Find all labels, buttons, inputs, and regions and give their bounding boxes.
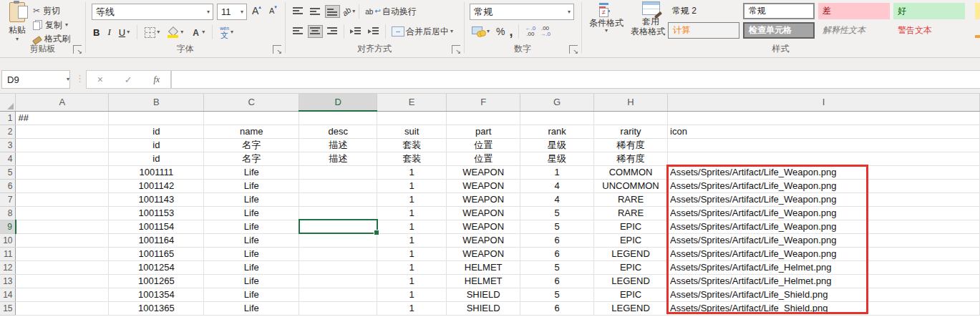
cell-D7[interactable]: [299, 192, 377, 206]
cell-B1[interactable]: [109, 111, 204, 125]
cell-E7[interactable]: 1: [377, 192, 447, 206]
cell-B11[interactable]: 1001165: [109, 247, 204, 260]
cell-C8[interactable]: Life: [204, 206, 299, 220]
accounting-format-button[interactable]: ▾: [470, 25, 492, 38]
cell-D15[interactable]: [299, 301, 377, 315]
name-box[interactable]: D9 ▾: [1, 70, 70, 89]
cell-E11[interactable]: 1: [377, 247, 447, 260]
cell-H7[interactable]: RARE: [594, 192, 668, 206]
col-header-F[interactable]: F: [447, 94, 520, 111]
cell-D5[interactable]: [299, 165, 377, 179]
cell-G2[interactable]: rank: [520, 125, 594, 138]
row-header-1[interactable]: 1: [0, 111, 16, 125]
cell-H4[interactable]: 稀有度: [594, 152, 668, 165]
percent-style-button[interactable]: %: [496, 26, 505, 37]
cell-E6[interactable]: 1: [377, 179, 447, 192]
cell-G10[interactable]: 6: [520, 233, 594, 247]
cell-G14[interactable]: 5: [520, 288, 594, 301]
merge-center-button[interactable]: ↔ 合并后居中 ▾: [389, 24, 455, 39]
number-format-combo[interactable]: 常规 ▾: [470, 4, 574, 20]
cell-I15[interactable]: Assets/Sprites/Artifact/Life_Shield.png: [668, 301, 980, 315]
underline-button[interactable]: U▾: [117, 26, 132, 39]
align-left-button[interactable]: [291, 25, 306, 38]
increase-indent-button[interactable]: [366, 25, 382, 38]
fill-handle[interactable]: [374, 230, 379, 235]
copy-button[interactable]: 复制 ▾: [33, 19, 68, 31]
cell-H5[interactable]: COMMON: [594, 165, 668, 179]
cell-C11[interactable]: Life: [204, 247, 299, 260]
cell-style-normal-selected[interactable]: 常规: [743, 3, 815, 19]
select-all-button[interactable]: [0, 94, 16, 111]
cell-G7[interactable]: 4: [520, 192, 594, 206]
cell-A11[interactable]: [16, 247, 109, 260]
cell-E3[interactable]: 套装: [377, 138, 447, 152]
cell-I2[interactable]: icon: [668, 125, 980, 138]
cell-G13[interactable]: 6: [520, 274, 594, 288]
cell-D13[interactable]: [299, 274, 377, 288]
row-header-13[interactable]: 13: [0, 274, 16, 288]
cell-G11[interactable]: 6: [520, 247, 594, 260]
cell-I5[interactable]: Assets/Sprites/Artifact/Life_Weapon.png: [668, 165, 980, 179]
cell-E5[interactable]: 1: [377, 165, 447, 179]
phonetic-button[interactable]: wén文▾: [218, 24, 236, 41]
cell-style-good[interactable]: 好: [893, 3, 965, 19]
cell-C13[interactable]: Life: [204, 274, 299, 288]
cell-B12[interactable]: 1001254: [109, 260, 204, 274]
cell-C12[interactable]: Life: [204, 260, 299, 274]
cell-D2[interactable]: desc: [299, 125, 377, 138]
cell-C5[interactable]: Life: [204, 165, 299, 179]
cell-F12[interactable]: HELMET: [447, 260, 520, 274]
grow-font-button[interactable]: A ▴: [252, 5, 261, 16]
cell-style-bad[interactable]: 差: [818, 3, 890, 19]
cell-E8[interactable]: 1: [377, 206, 447, 220]
row-header-6[interactable]: 6: [0, 179, 16, 192]
cell-D3[interactable]: 描述: [299, 138, 377, 152]
cell-F1[interactable]: [447, 111, 520, 125]
cell-C4[interactable]: 名字: [204, 152, 299, 165]
row-header-12[interactable]: 12: [0, 260, 16, 274]
cell-A2[interactable]: [16, 125, 109, 138]
cell-A1[interactable]: ##: [16, 111, 109, 125]
enter-icon[interactable]: ✓: [125, 74, 132, 85]
row-header-10[interactable]: 10: [0, 233, 16, 247]
cell-F3[interactable]: 位置: [447, 138, 520, 152]
increase-decimal-button[interactable]: ←.0.00: [525, 26, 535, 37]
cell-G9[interactable]: 5: [520, 220, 594, 233]
cell-H1[interactable]: [594, 111, 668, 125]
cell-C3[interactable]: 名字: [204, 138, 299, 152]
cell-E1[interactable]: [377, 111, 447, 125]
cell-A15[interactable]: [16, 301, 109, 315]
cell-D8[interactable]: [299, 206, 377, 220]
cell-H12[interactable]: EPIC: [594, 260, 668, 274]
cell-A7[interactable]: [16, 192, 109, 206]
number-dialog-launcher[interactable]: ↘: [569, 45, 578, 54]
cell-F9[interactable]: WEAPON: [447, 220, 520, 233]
col-header-C[interactable]: C: [204, 94, 299, 111]
cell-D11[interactable]: [299, 247, 377, 260]
wrap-text-button[interactable]: ab↩ 自动换行: [363, 4, 419, 19]
cell-F11[interactable]: WEAPON: [447, 247, 520, 260]
col-header-D[interactable]: D: [299, 94, 377, 111]
col-header-E[interactable]: E: [377, 94, 447, 111]
cell-C7[interactable]: Life: [204, 192, 299, 206]
cell-H2[interactable]: rarity: [594, 125, 668, 138]
formula-input[interactable]: [171, 70, 980, 89]
cell-D6[interactable]: [299, 179, 377, 192]
cell-style-normal2[interactable]: 常规 2: [668, 3, 739, 19]
font-dialog-launcher[interactable]: ↘: [273, 45, 281, 54]
align-center-button[interactable]: [308, 25, 323, 38]
cell-C9[interactable]: Life: [204, 220, 299, 233]
cell-I4[interactable]: [668, 152, 980, 165]
cell-B9[interactable]: 1001154: [109, 220, 204, 233]
borders-button[interactable]: ▾: [142, 26, 162, 39]
cell-F5[interactable]: WEAPON: [447, 165, 520, 179]
row-header-3[interactable]: 3: [0, 138, 16, 152]
cell-F13[interactable]: HELMET: [447, 274, 520, 288]
cell-B7[interactable]: 1001143: [109, 192, 204, 206]
cell-G8[interactable]: 5: [520, 206, 594, 220]
insert-function-icon[interactable]: fx: [153, 74, 160, 85]
formula-bar-separator[interactable]: ⋮: [75, 73, 84, 84]
row-header-14[interactable]: 14: [0, 288, 16, 301]
cell-I9[interactable]: Assets/Sprites/Artifact/Life_Weapon.png: [668, 220, 980, 233]
row-header-9[interactable]: 9: [0, 220, 16, 233]
